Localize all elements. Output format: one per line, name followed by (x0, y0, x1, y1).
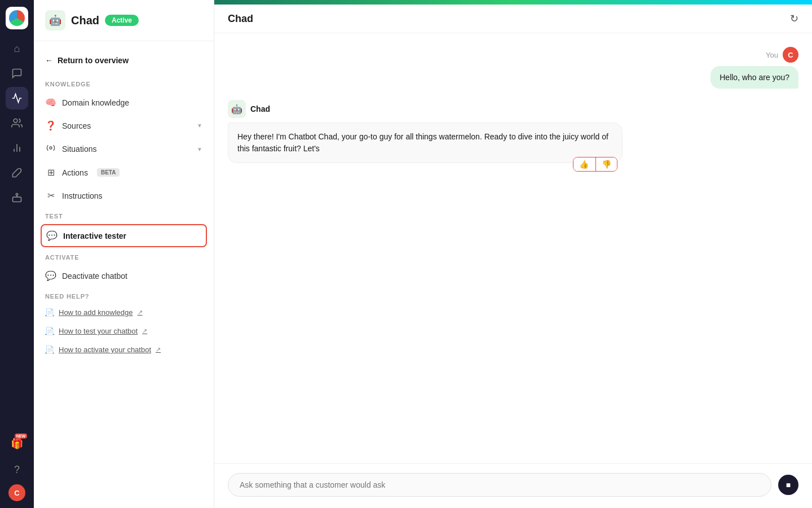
gift-badge: NEW (15, 433, 27, 439)
chat-icon[interactable] (6, 62, 28, 85)
home-icon[interactable]: ⌂ (6, 37, 28, 60)
status-badge: Active (105, 15, 139, 26)
sidebar-header: 🤖 Chad Active (34, 0, 214, 41)
sources-arrow-icon: ▼ (197, 122, 202, 129)
interactive-tester-label: Interactive tester (63, 231, 126, 240)
external-link-icon-2: ↗ (142, 327, 147, 335)
app-logo[interactable] (6, 7, 28, 29)
chat-header: Chad ↻ (214, 5, 812, 33)
user-label: You (766, 51, 778, 59)
stats-icon[interactable] (6, 137, 28, 159)
sidebar-item-deactivate[interactable]: 💬 Deactivate chatbot (34, 264, 214, 287)
knowledge-section-label: KNOWLEDGE (34, 75, 214, 91)
situations-label: Situations (62, 144, 96, 154)
help-link-test-chatbot[interactable]: 📄 How to test your chatbot ↗ (34, 322, 214, 340)
help-doc-icon-3: 📄 (45, 345, 54, 354)
back-arrow-icon: ← (45, 56, 53, 65)
sidebar-nav: ← Return to overview KNOWLEDGE 🧠 Domain … (34, 41, 214, 508)
return-to-overview[interactable]: ← Return to overview (34, 50, 214, 71)
bot-message: 🤖 Chad Hey there! I'm Chatbot Chad, your… (228, 100, 798, 163)
actions-icon: ⊞ (45, 167, 56, 178)
actions-label: Actions (62, 168, 88, 177)
svg-rect-4 (13, 197, 21, 202)
deactivate-icon: 💬 (45, 270, 56, 281)
sources-label: Sources (62, 121, 91, 130)
domain-label: Domain knowledge (62, 98, 129, 107)
bot-icon[interactable] (6, 186, 28, 209)
situations-icon (45, 143, 56, 155)
thumbs-up-button[interactable]: 👍 (573, 157, 594, 171)
top-gradient-bar (214, 0, 812, 5)
analytics-icon[interactable] (6, 87, 28, 110)
external-link-icon-3: ↗ (156, 346, 161, 353)
bot-avatar: 🤖 (228, 100, 246, 118)
send-button[interactable]: ■ (778, 475, 798, 495)
sources-icon: ❓ (45, 120, 56, 131)
user-message-header: You C (766, 47, 798, 63)
bot-name-label: Chad (250, 104, 270, 113)
bot-message-header: 🤖 Chad (228, 100, 798, 118)
help-doc-icon-2: 📄 (45, 327, 54, 335)
user-avatar: C (783, 47, 798, 63)
interactive-tester-icon: 💬 (46, 230, 58, 241)
feedback-buttons: 👍 👎 (573, 157, 617, 172)
sidebar-item-domain[interactable]: 🧠 Domain knowledge (34, 91, 214, 114)
svg-point-0 (14, 119, 17, 123)
brush-icon[interactable] (6, 161, 28, 184)
user-bubble: Hello, who are you? (710, 66, 798, 89)
sidebar: 🤖 Chad Active ← Return to overview KNOWL… (34, 0, 214, 508)
refresh-button[interactable]: ↻ (790, 12, 798, 25)
chat-title: Chad (228, 13, 253, 25)
bot-bubble: Hey there! I'm Chatbot Chad, your go-to … (228, 122, 623, 163)
sidebar-item-actions[interactable]: ⊞ Actions BETA (34, 161, 214, 184)
logo-circle (9, 10, 25, 26)
sidebar-item-instructions[interactable]: ✂ Instructions (34, 184, 214, 207)
help-section-label: NEED HELP? (34, 287, 214, 303)
bot-name: Chad (71, 14, 99, 27)
chat-input-bar: ■ (214, 463, 812, 508)
svg-point-8 (50, 147, 52, 149)
instructions-label: Instructions (62, 191, 103, 200)
send-icon: ■ (786, 480, 791, 489)
help-link-add-knowledge[interactable]: 📄 How to add knowledge ↗ (34, 303, 214, 322)
users-icon[interactable] (6, 112, 28, 134)
main-chat-area: Chad ↻ You C Hello, who are you? 🤖 Chad … (214, 0, 812, 508)
svg-point-5 (16, 194, 17, 195)
bot-message-text: Hey there! I'm Chatbot Chad, your go-to … (237, 132, 608, 153)
deactivate-label: Deactivate chatbot (62, 271, 127, 281)
help-doc-icon-1: 📄 (45, 308, 54, 317)
domain-icon: 🧠 (45, 97, 56, 108)
chat-input[interactable] (228, 473, 771, 497)
user-avatar-small[interactable]: C (8, 484, 25, 501)
sidebar-item-sources[interactable]: ❓ Sources ▼ (34, 114, 214, 137)
sidebar-item-situations[interactable]: Situations ▼ (34, 137, 214, 161)
help-icon[interactable]: ? (6, 458, 28, 481)
user-message: You C Hello, who are you? (228, 47, 798, 89)
chad-bot-icon: 🤖 (45, 10, 65, 30)
help-link-activate-chatbot[interactable]: 📄 How to activate your chatbot ↗ (34, 340, 214, 359)
beta-badge: BETA (97, 168, 120, 177)
test-section-label: TEST (34, 207, 214, 223)
activate-section-label: ACTIVATE (34, 248, 214, 264)
sidebar-item-interactive-tester[interactable]: 💬 Interactive tester (41, 224, 207, 247)
thumbs-down-button[interactable]: 👎 (595, 157, 617, 171)
gift-icon[interactable]: 🎁 NEW (6, 432, 28, 455)
situations-arrow-icon: ▼ (197, 146, 202, 152)
instructions-icon: ✂ (45, 190, 56, 201)
icon-bar: ⌂ 🎁 NEW ? C (0, 0, 34, 508)
external-link-icon-1: ↗ (138, 309, 143, 316)
chat-messages: You C Hello, who are you? 🤖 Chad Hey the… (214, 33, 812, 463)
